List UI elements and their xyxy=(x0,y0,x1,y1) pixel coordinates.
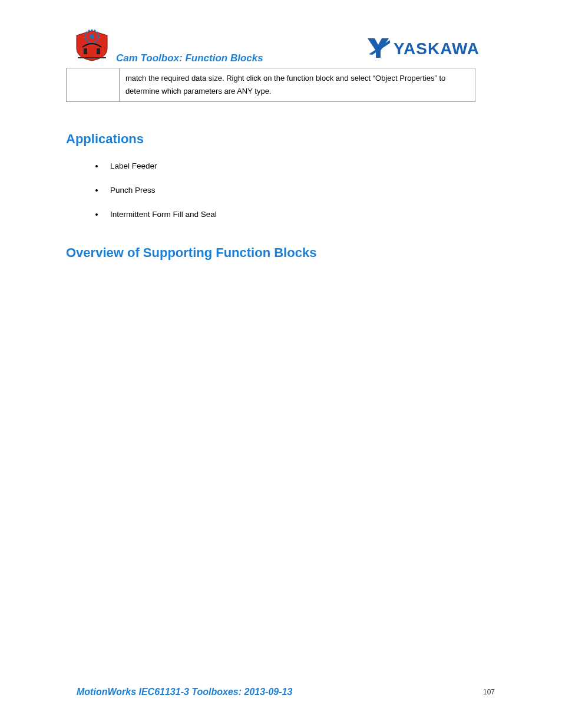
footer-text: MotionWorks IEC61131-3 Toolboxes: 2013-0… xyxy=(77,687,292,697)
brand-text: YASKAWA xyxy=(394,39,480,58)
header-title: Cam Toolbox: Function Blocks xyxy=(116,52,263,64)
table-row: match the required data size. Right clic… xyxy=(67,68,475,102)
svg-point-1 xyxy=(90,34,94,39)
toolbox-badge-icon xyxy=(72,29,112,62)
page-content: Cam Toolbox: Function Blocks YASKAWA mat… xyxy=(66,32,496,275)
list-item: Intermittent Form Fill and Seal xyxy=(104,210,496,219)
svg-rect-2 xyxy=(84,48,87,54)
table-cell-empty xyxy=(67,68,120,102)
applications-heading: Applications xyxy=(66,131,496,147)
table-cell-text: match the required data size. Right clic… xyxy=(119,68,475,102)
info-table: match the required data size. Right clic… xyxy=(66,68,475,102)
yaskawa-logo: YASKAWA xyxy=(366,35,496,60)
list-item: Label Feeder xyxy=(104,162,496,170)
applications-list: Label Feeder Punch Press Intermittent Fo… xyxy=(104,162,496,219)
page-footer: MotionWorks IEC61131-3 Toolboxes: 2013-0… xyxy=(77,687,495,697)
list-item: Punch Press xyxy=(104,186,496,195)
overview-heading: Overview of Supporting Function Blocks xyxy=(66,245,496,261)
svg-rect-3 xyxy=(97,48,100,54)
page-header: Cam Toolbox: Function Blocks YASKAWA xyxy=(66,32,496,68)
page-number: 107 xyxy=(483,688,495,696)
